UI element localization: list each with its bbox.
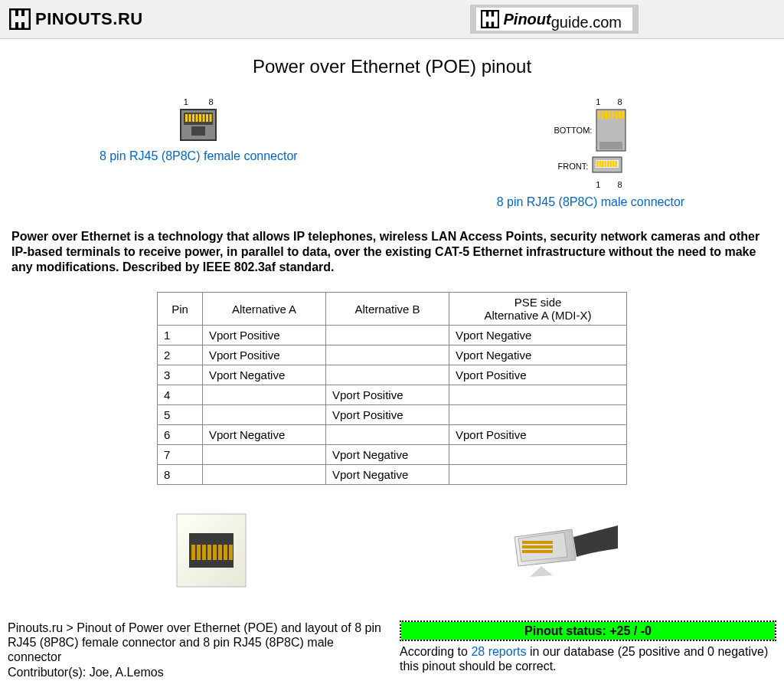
table-cell: 8 (158, 465, 203, 485)
photo-row (0, 506, 784, 598)
female-connector-link[interactable]: 8 pin RJ45 (8P8C) female connector (100, 149, 298, 163)
contributors: Contributor(s): Joe, A.Lemos (8, 665, 384, 679)
table-cell: 7 (158, 445, 203, 465)
table-cell (203, 385, 326, 405)
svg-rect-1 (15, 8, 18, 16)
pin-num-1: 1 (184, 97, 188, 106)
table-cell: Vport Negative (326, 445, 449, 465)
svg-rect-13 (189, 114, 191, 122)
top-header: PINOUTS.RU Pinoutguide.com (0, 0, 784, 39)
breadcrumb: Pinouts.ru > Pinout of Power over Ethern… (8, 620, 384, 665)
svg-rect-34 (599, 161, 602, 167)
svg-rect-51 (522, 541, 553, 544)
table-cell: 6 (158, 425, 203, 445)
bottom-label: BOTTOM: (554, 126, 592, 135)
svg-rect-27 (616, 111, 618, 119)
table-row: 6Vport NegativeVport Positive (158, 425, 627, 445)
status-box: Pinout status: +25 / -0 (400, 620, 776, 641)
pin-num-8: 8 (209, 97, 214, 106)
table-cell (449, 445, 627, 465)
pin-num-1b: 1 (596, 97, 600, 106)
svg-rect-28 (619, 111, 621, 119)
table-row: 5Vport Positive (158, 405, 627, 425)
table-cell (203, 445, 326, 465)
table-cell: 2 (158, 345, 203, 365)
svg-rect-36 (605, 161, 607, 167)
svg-rect-8 (485, 21, 488, 28)
pinout-table: Pin Alternative A Alternative B PSE side… (157, 292, 627, 485)
svg-rect-22 (598, 111, 600, 119)
table-row: 7Vport Negative (158, 445, 627, 465)
site-logo-icon (9, 8, 31, 30)
connector-diagrams-row: 1 8 8 pin RJ45 (8P8C) female connector 1… (0, 94, 784, 209)
table-cell: Vport Negative (326, 465, 449, 485)
svg-rect-46 (207, 545, 211, 560)
table-cell: Vport Negative (449, 326, 627, 345)
source-info: Pinouts.ru > Pinout of Power over Ethern… (8, 620, 384, 681)
svg-rect-47 (213, 545, 217, 560)
svg-rect-7 (491, 10, 493, 17)
th-alta: Alternative A (203, 293, 326, 326)
table-cell (326, 326, 449, 345)
table-cell: Vport Negative (203, 365, 326, 385)
table-cell (326, 365, 449, 385)
svg-rect-18 (206, 114, 208, 122)
pinouts-ru-logo[interactable]: PINOUTS.RU (9, 8, 143, 30)
table-cell: Vport Positive (326, 385, 449, 405)
th-altb: Alternative B (326, 293, 449, 326)
svg-rect-29 (622, 111, 625, 119)
svg-rect-23 (602, 111, 604, 119)
reports-link[interactable]: 28 reports (471, 645, 526, 658)
table-cell: 1 (158, 326, 203, 345)
svg-rect-15 (196, 114, 198, 122)
svg-rect-25 (609, 111, 611, 119)
table-row: 2Vport PositiveVport Negative (158, 345, 627, 365)
male-connector-link[interactable]: 8 pin RJ45 (8P8C) male connector (497, 195, 684, 209)
svg-rect-14 (192, 114, 194, 122)
table-header-row: Pin Alternative A Alternative B PSE side… (158, 293, 627, 326)
table-cell: Vport Positive (326, 405, 449, 425)
footer-info-row: Pinouts.ru > Pinout of Power over Ethern… (0, 620, 784, 681)
rj45-female-icon (179, 108, 217, 142)
rj45-male-front-icon (591, 156, 623, 177)
svg-rect-0 (10, 9, 30, 29)
svg-rect-39 (612, 161, 615, 167)
table-row: 1Vport PositiveVport Negative (158, 326, 627, 345)
table-cell (449, 385, 627, 405)
svg-rect-4 (21, 22, 24, 30)
svg-rect-43 (191, 545, 195, 560)
male-connector-block: 1 8 BOTTOM: FRONT: 1 8 8 pin (497, 94, 684, 209)
table-cell: Vport Negative (449, 345, 627, 365)
table-cell: 3 (158, 365, 203, 385)
table-cell: Vport Negative (203, 425, 326, 445)
pin-num-8c: 8 (618, 180, 622, 189)
svg-rect-3 (15, 22, 18, 30)
pinoutguide-logo-box[interactable]: Pinoutguide.com (470, 5, 639, 34)
table-cell (326, 345, 449, 365)
status-text-1: According to (400, 645, 471, 658)
svg-rect-19 (210, 114, 212, 122)
svg-rect-37 (607, 161, 609, 167)
male-connector-photo (511, 506, 618, 598)
svg-rect-5 (481, 11, 498, 28)
guide-logo-text1: Pinout (504, 11, 551, 28)
svg-rect-30 (599, 142, 622, 149)
table-cell (449, 405, 627, 425)
svg-rect-6 (485, 10, 488, 17)
table-cell (449, 465, 627, 485)
logo-text: PINOUTS.RU (35, 9, 143, 29)
svg-rect-26 (612, 111, 614, 119)
svg-rect-2 (21, 8, 24, 16)
rj45-male-bottom-icon (595, 108, 627, 152)
svg-rect-40 (616, 161, 618, 167)
svg-rect-50 (229, 545, 233, 560)
status-bar: Pinout status: +25 / -0 (401, 622, 775, 640)
page-title: Power over Ethernet (POE) pinout (0, 56, 784, 77)
svg-rect-24 (605, 111, 607, 119)
svg-rect-17 (203, 114, 205, 122)
table-cell: Vport Positive (449, 365, 627, 385)
svg-rect-20 (191, 126, 205, 136)
pin-num-8b: 8 (618, 97, 622, 106)
status-block: Pinout status: +25 / -0 According to 28 … (400, 620, 776, 681)
svg-rect-49 (224, 545, 227, 560)
